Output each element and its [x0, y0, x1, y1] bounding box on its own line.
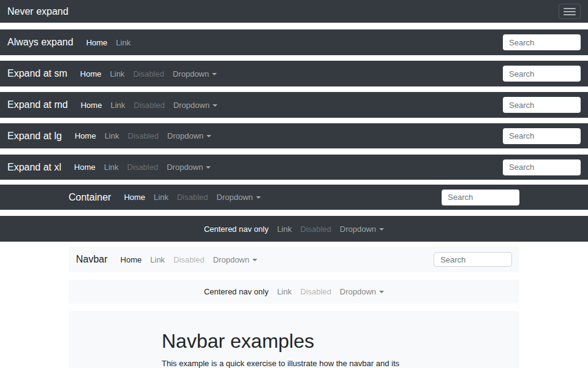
nav-item-link[interactable]: Link — [100, 131, 124, 140]
brand-expand-at-xl[interactable]: Expand at xl — [7, 162, 61, 173]
nav-link-label: Home — [74, 163, 96, 172]
nav-item-disabled: Disabled — [296, 224, 336, 234]
nav-link-label: Link — [116, 38, 130, 47]
nav-link-label: Dropdown — [340, 224, 376, 234]
nav-item-dropdown[interactable]: Dropdown — [162, 163, 215, 172]
nav-item-home[interactable]: Home — [76, 69, 106, 79]
nav-item-dropdown[interactable]: Dropdown — [169, 101, 222, 110]
nav-link-label: Link — [110, 101, 125, 110]
nav-link-label: Home — [75, 131, 96, 140]
navbar-nav: HomeLinkDisabledDropdown — [76, 69, 221, 79]
navbar-light: Navbar HomeLinkDisabledDropdown — [69, 247, 519, 272]
nav-link-label: Home — [124, 193, 145, 202]
caret-down-icon — [252, 259, 257, 261]
search-input[interactable] — [434, 252, 512, 267]
nav-link-label: Link — [154, 193, 168, 202]
nav-item-link[interactable]: Link — [111, 38, 135, 47]
nav-link-label: Disabled — [127, 163, 159, 172]
nav-link-label: Dropdown — [167, 131, 203, 140]
nav-link-label: Disabled — [300, 224, 331, 234]
brand-navbar[interactable]: Navbar — [76, 254, 108, 265]
nav-link-label: Dropdown — [340, 287, 376, 296]
nav-item-disabled: Disabled — [169, 255, 209, 264]
navbar-nav: HomeLink — [82, 38, 135, 47]
nav-item-centered-nav-only[interactable]: Centered nav only — [200, 224, 273, 234]
nav-link-label: Link — [277, 287, 292, 296]
brand-container[interactable]: Container — [69, 192, 111, 203]
navbar-expand-at-sm: Expand at sm HomeLinkDisabledDropdown — [0, 61, 588, 86]
paragraph-text: This example is a quick exercise to illu… — [162, 359, 421, 368]
navbar-centered-light: Centered nav onlyLinkDisabledDropdown — [69, 280, 519, 304]
nav-link-label: Disabled — [134, 101, 165, 110]
nav-item-home[interactable]: Home — [77, 101, 107, 110]
search-input[interactable] — [503, 34, 581, 50]
nav-item-disabled: Disabled — [124, 131, 164, 140]
navbar-nav-centered: Centered nav onlyLinkDisabledDropdown — [200, 287, 388, 296]
nav-item-home[interactable]: Home — [116, 255, 146, 264]
navbar-nav: HomeLinkDisabledDropdown — [116, 255, 262, 264]
nav-item-disabled: Disabled — [129, 101, 169, 110]
nav-item-link[interactable]: Link — [273, 287, 296, 296]
brand-never-expand[interactable]: Never expand — [7, 6, 69, 17]
brand-always-expand[interactable]: Always expand — [7, 37, 74, 48]
nav-item-dropdown[interactable]: Dropdown — [336, 224, 388, 234]
navbar-expand-at-lg: Expand at lg HomeLinkDisabledDropdown — [0, 123, 588, 148]
jumbotron-content: Navbar examples This example is a quick … — [162, 329, 426, 368]
search-input[interactable] — [442, 190, 519, 205]
nav-item-home[interactable]: Home — [82, 38, 112, 47]
navbar-nav: HomeLinkDisabledDropdown — [70, 131, 216, 140]
nav-item-link[interactable]: Link — [100, 163, 123, 172]
nav-link-label: Home — [80, 69, 102, 79]
caret-down-icon — [213, 104, 217, 107]
nav-link-label: Link — [104, 163, 119, 172]
navbar-centered-dark: Centered nav onlyLinkDisabledDropdown — [0, 216, 588, 242]
nav-item-dropdown[interactable]: Dropdown — [163, 131, 216, 140]
search-input[interactable] — [503, 97, 581, 113]
navbar-expand-at-md: Expand at md HomeLinkDisabledDropdown — [0, 92, 588, 118]
nav-item-dropdown[interactable]: Dropdown — [213, 193, 265, 202]
navbar-toggler-button[interactable] — [559, 4, 581, 19]
navbar-nav: HomeLinkDisabledDropdown — [119, 193, 265, 202]
nav-item-link[interactable]: Link — [106, 69, 129, 79]
nav-link-label: Centered nav only — [204, 287, 269, 296]
page: Never expand Always expand HomeLink Expa… — [0, 0, 588, 368]
nav-item-dropdown[interactable]: Dropdown — [336, 287, 388, 296]
nav-link-label: Dropdown — [167, 163, 203, 172]
caret-down-icon — [206, 135, 211, 137]
caret-down-icon — [212, 73, 217, 75]
nav-item-dropdown[interactable]: Dropdown — [209, 255, 262, 264]
nav-item-link[interactable]: Link — [149, 193, 173, 202]
nav-link-label: Link — [277, 224, 292, 234]
nav-item-home[interactable]: Home — [70, 163, 100, 172]
nav-link-label: Link — [105, 131, 119, 140]
nav-link-label: Link — [150, 255, 165, 264]
nav-item-home[interactable]: Home — [70, 131, 100, 140]
intro-paragraph: This example is a quick exercise to illu… — [162, 358, 426, 368]
page-title: Navbar examples — [162, 329, 426, 353]
nav-link-label: Dropdown — [213, 255, 249, 264]
nav-item-link[interactable]: Link — [273, 224, 296, 234]
search-input[interactable] — [503, 66, 581, 82]
navbar-inner-container: Container HomeLinkDisabledDropdown — [69, 190, 519, 205]
nav-item-dropdown[interactable]: Dropdown — [168, 69, 221, 79]
nav-item-centered-nav-only[interactable]: Centered nav only — [200, 287, 273, 296]
nav-item-disabled: Disabled — [296, 287, 336, 296]
nav-item-link[interactable]: Link — [106, 101, 129, 110]
hamburger-menu-icon — [564, 8, 576, 15]
caret-down-icon — [206, 166, 211, 169]
search-input[interactable] — [503, 128, 581, 144]
brand-expand-at-lg[interactable]: Expand at lg — [7, 131, 62, 142]
search-input[interactable] — [503, 159, 581, 175]
nav-link-label: Link — [110, 69, 125, 79]
caret-down-icon — [379, 228, 384, 231]
navbar-expand-at-xl: Expand at xl HomeLinkDisabledDropdown — [0, 155, 588, 180]
brand-expand-at-sm[interactable]: Expand at sm — [7, 68, 67, 79]
brand-expand-at-md[interactable]: Expand at md — [7, 99, 68, 110]
nav-link-label: Disabled — [133, 69, 164, 79]
nav-item-home[interactable]: Home — [119, 193, 149, 202]
nav-item-disabled: Disabled — [123, 163, 163, 172]
navbar-never-expand: Never expand — [0, 0, 588, 23]
jumbotron: Navbar examples This example is a quick … — [69, 311, 519, 368]
navbar-nav: HomeLinkDisabledDropdown — [77, 101, 222, 110]
nav-item-link[interactable]: Link — [146, 255, 169, 264]
